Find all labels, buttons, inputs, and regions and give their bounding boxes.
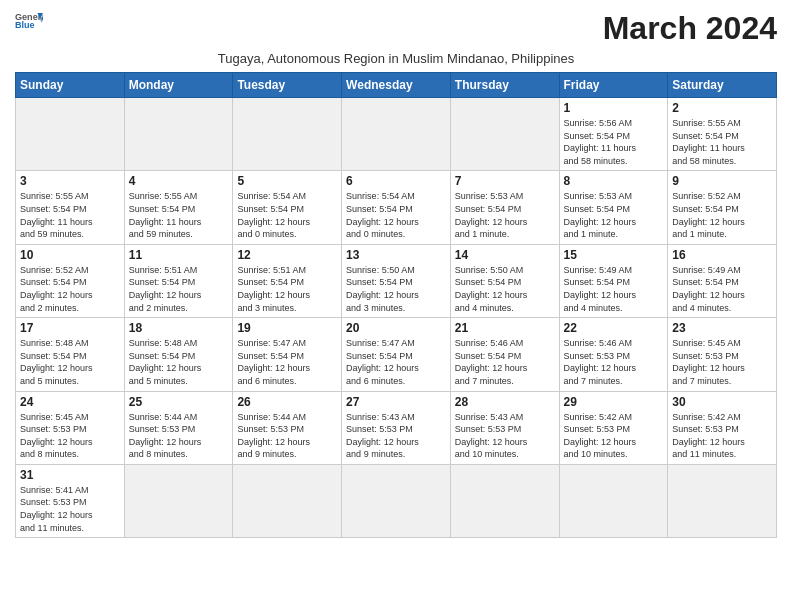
day-info: Sunrise: 5:55 AMSunset: 5:54 PMDaylight:… bbox=[672, 117, 772, 167]
day-info: Sunrise: 5:47 AMSunset: 5:54 PMDaylight:… bbox=[237, 337, 337, 387]
day-info: Sunrise: 5:46 AMSunset: 5:54 PMDaylight:… bbox=[455, 337, 555, 387]
day-number: 19 bbox=[237, 321, 337, 335]
day-info: Sunrise: 5:50 AMSunset: 5:54 PMDaylight:… bbox=[346, 264, 446, 314]
day-info: Sunrise: 5:42 AMSunset: 5:53 PMDaylight:… bbox=[672, 411, 772, 461]
day-number: 15 bbox=[564, 248, 664, 262]
day-info: Sunrise: 5:41 AMSunset: 5:53 PMDaylight:… bbox=[20, 484, 120, 534]
calendar-week-row: 1Sunrise: 5:56 AMSunset: 5:54 PMDaylight… bbox=[16, 98, 777, 171]
day-number: 21 bbox=[455, 321, 555, 335]
calendar-cell: 1Sunrise: 5:56 AMSunset: 5:54 PMDaylight… bbox=[559, 98, 668, 171]
calendar-cell: 2Sunrise: 5:55 AMSunset: 5:54 PMDaylight… bbox=[668, 98, 777, 171]
weekday-header-saturday: Saturday bbox=[668, 73, 777, 98]
day-number: 24 bbox=[20, 395, 120, 409]
weekday-header-row: SundayMondayTuesdayWednesdayThursdayFrid… bbox=[16, 73, 777, 98]
day-info: Sunrise: 5:44 AMSunset: 5:53 PMDaylight:… bbox=[129, 411, 229, 461]
calendar-cell: 17Sunrise: 5:48 AMSunset: 5:54 PMDayligh… bbox=[16, 318, 125, 391]
day-number: 31 bbox=[20, 468, 120, 482]
weekday-header-wednesday: Wednesday bbox=[342, 73, 451, 98]
month-title: March 2024 bbox=[603, 10, 777, 47]
calendar-cell bbox=[233, 98, 342, 171]
calendar-cell: 28Sunrise: 5:43 AMSunset: 5:53 PMDayligh… bbox=[450, 391, 559, 464]
calendar-cell: 23Sunrise: 5:45 AMSunset: 5:53 PMDayligh… bbox=[668, 318, 777, 391]
day-number: 18 bbox=[129, 321, 229, 335]
day-info: Sunrise: 5:49 AMSunset: 5:54 PMDaylight:… bbox=[672, 264, 772, 314]
calendar-cell: 24Sunrise: 5:45 AMSunset: 5:53 PMDayligh… bbox=[16, 391, 125, 464]
day-number: 6 bbox=[346, 174, 446, 188]
day-number: 3 bbox=[20, 174, 120, 188]
calendar-week-row: 31Sunrise: 5:41 AMSunset: 5:53 PMDayligh… bbox=[16, 464, 777, 537]
calendar-cell: 19Sunrise: 5:47 AMSunset: 5:54 PMDayligh… bbox=[233, 318, 342, 391]
weekday-header-thursday: Thursday bbox=[450, 73, 559, 98]
day-info: Sunrise: 5:52 AMSunset: 5:54 PMDaylight:… bbox=[672, 190, 772, 240]
day-info: Sunrise: 5:43 AMSunset: 5:53 PMDaylight:… bbox=[455, 411, 555, 461]
calendar-cell: 12Sunrise: 5:51 AMSunset: 5:54 PMDayligh… bbox=[233, 244, 342, 317]
calendar-cell: 27Sunrise: 5:43 AMSunset: 5:53 PMDayligh… bbox=[342, 391, 451, 464]
calendar-cell: 31Sunrise: 5:41 AMSunset: 5:53 PMDayligh… bbox=[16, 464, 125, 537]
calendar-cell bbox=[124, 98, 233, 171]
day-info: Sunrise: 5:55 AMSunset: 5:54 PMDaylight:… bbox=[129, 190, 229, 240]
day-number: 16 bbox=[672, 248, 772, 262]
day-info: Sunrise: 5:56 AMSunset: 5:54 PMDaylight:… bbox=[564, 117, 664, 167]
calendar-body: 1Sunrise: 5:56 AMSunset: 5:54 PMDaylight… bbox=[16, 98, 777, 538]
day-info: Sunrise: 5:54 AMSunset: 5:54 PMDaylight:… bbox=[346, 190, 446, 240]
day-number: 1 bbox=[564, 101, 664, 115]
day-number: 14 bbox=[455, 248, 555, 262]
calendar-cell: 3Sunrise: 5:55 AMSunset: 5:54 PMDaylight… bbox=[16, 171, 125, 244]
day-number: 27 bbox=[346, 395, 446, 409]
day-number: 4 bbox=[129, 174, 229, 188]
calendar-week-row: 3Sunrise: 5:55 AMSunset: 5:54 PMDaylight… bbox=[16, 171, 777, 244]
calendar-cell: 26Sunrise: 5:44 AMSunset: 5:53 PMDayligh… bbox=[233, 391, 342, 464]
calendar-cell: 6Sunrise: 5:54 AMSunset: 5:54 PMDaylight… bbox=[342, 171, 451, 244]
calendar-cell: 16Sunrise: 5:49 AMSunset: 5:54 PMDayligh… bbox=[668, 244, 777, 317]
calendar-cell: 25Sunrise: 5:44 AMSunset: 5:53 PMDayligh… bbox=[124, 391, 233, 464]
calendar-cell: 9Sunrise: 5:52 AMSunset: 5:54 PMDaylight… bbox=[668, 171, 777, 244]
calendar-subtitle: Tugaya, Autonomous Region in Muslim Mind… bbox=[15, 51, 777, 66]
calendar-cell: 8Sunrise: 5:53 AMSunset: 5:54 PMDaylight… bbox=[559, 171, 668, 244]
calendar-cell bbox=[450, 98, 559, 171]
day-number: 5 bbox=[237, 174, 337, 188]
day-info: Sunrise: 5:45 AMSunset: 5:53 PMDaylight:… bbox=[20, 411, 120, 461]
calendar-cell bbox=[559, 464, 668, 537]
day-info: Sunrise: 5:51 AMSunset: 5:54 PMDaylight:… bbox=[129, 264, 229, 314]
calendar-cell: 10Sunrise: 5:52 AMSunset: 5:54 PMDayligh… bbox=[16, 244, 125, 317]
day-info: Sunrise: 5:47 AMSunset: 5:54 PMDaylight:… bbox=[346, 337, 446, 387]
weekday-header-tuesday: Tuesday bbox=[233, 73, 342, 98]
day-number: 8 bbox=[564, 174, 664, 188]
calendar-cell: 20Sunrise: 5:47 AMSunset: 5:54 PMDayligh… bbox=[342, 318, 451, 391]
svg-text:Blue: Blue bbox=[15, 20, 35, 30]
day-number: 13 bbox=[346, 248, 446, 262]
calendar-cell bbox=[342, 98, 451, 171]
day-info: Sunrise: 5:44 AMSunset: 5:53 PMDaylight:… bbox=[237, 411, 337, 461]
calendar-week-row: 17Sunrise: 5:48 AMSunset: 5:54 PMDayligh… bbox=[16, 318, 777, 391]
logo-icon: General Blue bbox=[15, 10, 43, 34]
day-number: 10 bbox=[20, 248, 120, 262]
weekday-header-monday: Monday bbox=[124, 73, 233, 98]
day-info: Sunrise: 5:48 AMSunset: 5:54 PMDaylight:… bbox=[129, 337, 229, 387]
day-number: 20 bbox=[346, 321, 446, 335]
day-number: 11 bbox=[129, 248, 229, 262]
logo: General Blue bbox=[15, 10, 43, 34]
day-number: 2 bbox=[672, 101, 772, 115]
calendar-cell: 15Sunrise: 5:49 AMSunset: 5:54 PMDayligh… bbox=[559, 244, 668, 317]
calendar-cell: 21Sunrise: 5:46 AMSunset: 5:54 PMDayligh… bbox=[450, 318, 559, 391]
day-info: Sunrise: 5:51 AMSunset: 5:54 PMDaylight:… bbox=[237, 264, 337, 314]
calendar-cell bbox=[16, 98, 125, 171]
calendar-cell: 22Sunrise: 5:46 AMSunset: 5:53 PMDayligh… bbox=[559, 318, 668, 391]
day-info: Sunrise: 5:53 AMSunset: 5:54 PMDaylight:… bbox=[455, 190, 555, 240]
day-info: Sunrise: 5:55 AMSunset: 5:54 PMDaylight:… bbox=[20, 190, 120, 240]
calendar-cell bbox=[342, 464, 451, 537]
day-number: 17 bbox=[20, 321, 120, 335]
day-number: 25 bbox=[129, 395, 229, 409]
calendar-cell: 30Sunrise: 5:42 AMSunset: 5:53 PMDayligh… bbox=[668, 391, 777, 464]
weekday-header-friday: Friday bbox=[559, 73, 668, 98]
weekday-header-sunday: Sunday bbox=[16, 73, 125, 98]
calendar-cell: 11Sunrise: 5:51 AMSunset: 5:54 PMDayligh… bbox=[124, 244, 233, 317]
day-info: Sunrise: 5:52 AMSunset: 5:54 PMDaylight:… bbox=[20, 264, 120, 314]
day-number: 22 bbox=[564, 321, 664, 335]
day-number: 28 bbox=[455, 395, 555, 409]
day-info: Sunrise: 5:43 AMSunset: 5:53 PMDaylight:… bbox=[346, 411, 446, 461]
calendar-cell: 4Sunrise: 5:55 AMSunset: 5:54 PMDaylight… bbox=[124, 171, 233, 244]
day-info: Sunrise: 5:54 AMSunset: 5:54 PMDaylight:… bbox=[237, 190, 337, 240]
day-number: 26 bbox=[237, 395, 337, 409]
calendar-table: SundayMondayTuesdayWednesdayThursdayFrid… bbox=[15, 72, 777, 538]
